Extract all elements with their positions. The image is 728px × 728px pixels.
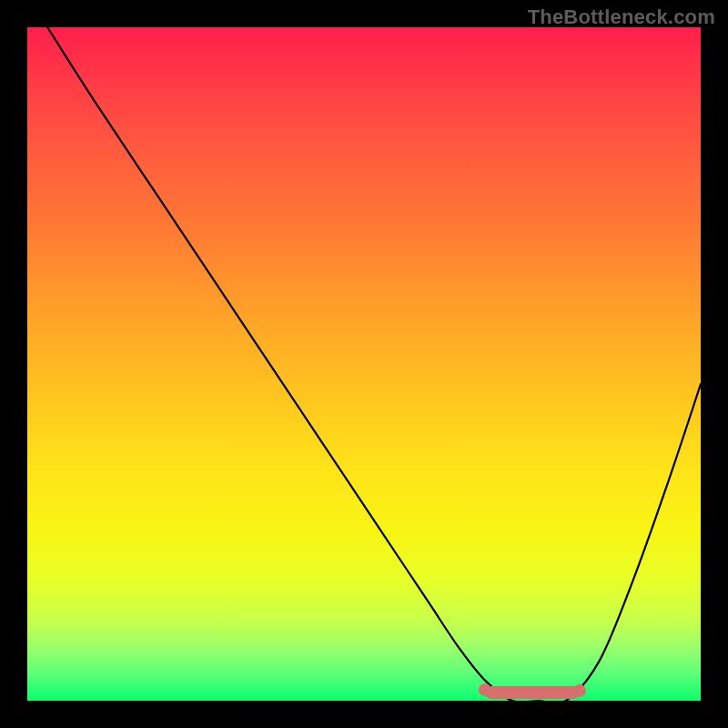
optimal-range-band	[485, 686, 580, 699]
chart-stage: TheBottleneck.com	[0, 0, 728, 728]
optimal-range-dot-right	[573, 684, 586, 697]
plot-area	[27, 27, 701, 701]
bottleneck-curve	[27, 27, 701, 701]
watermark-text: TheBottleneck.com	[528, 5, 715, 29]
